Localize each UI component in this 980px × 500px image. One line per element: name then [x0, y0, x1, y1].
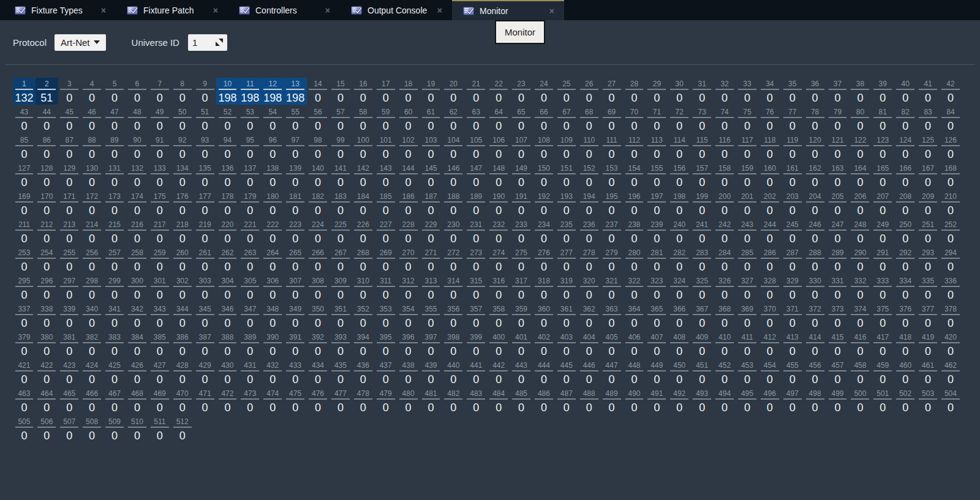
dmx-channel-cell: 4800	[397, 387, 420, 414]
dmx-channel-number: 298	[83, 277, 101, 287]
dmx-channel-value: 0	[374, 147, 397, 162]
dmx-channel-cell: 2300	[442, 218, 465, 245]
dmx-channel-cell: 1680	[940, 162, 962, 189]
dmx-channel-cell: 3340	[894, 275, 917, 302]
dmx-channel-number: 267	[331, 248, 350, 259]
dmx-channel-value: 0	[420, 204, 442, 218]
dmx-channel-value: 0	[736, 204, 759, 218]
dmx-channel-cell: 1080	[532, 134, 555, 161]
dmx-channel-value: 0	[420, 373, 442, 387]
dmx-channel-number: 157	[693, 164, 711, 174]
dmx-channel-cell: 2940	[940, 247, 962, 274]
dmx-channel-value: 0	[736, 91, 759, 105]
dmx-channel-value: 0	[758, 401, 781, 415]
dmx-channel-value: 0	[714, 147, 736, 162]
dmx-channel-number: 430	[219, 361, 237, 371]
dmx-channel-value: 0	[872, 260, 894, 274]
dmx-channel-cell: 820	[894, 106, 917, 133]
dmx-grid-row: 4630464046504660467046804690470047104720…	[13, 387, 962, 416]
tab-close-icon[interactable]: ×	[435, 5, 445, 16]
dmx-channel-number: 484	[489, 389, 508, 400]
dmx-channel-number: 500	[851, 389, 869, 400]
dmx-channel-value: 0	[171, 176, 194, 190]
protocol-dropdown[interactable]: Art-Net	[55, 34, 106, 51]
dmx-channel-number: 147	[467, 164, 485, 174]
tab-close-icon[interactable]: ×	[323, 5, 333, 16]
dmx-channel-number: 223	[286, 220, 304, 231]
dmx-channel-number: 115	[693, 136, 711, 146]
tab-close-icon[interactable]: ×	[547, 6, 557, 17]
dmx-channel-value: 0	[374, 232, 397, 246]
dmx-channel-number: 1	[15, 80, 34, 90]
dmx-channel-value: 0	[262, 119, 284, 133]
dmx-channel-cell: 2890	[826, 247, 849, 274]
dmx-channel-value: 0	[668, 204, 691, 218]
tab-monitor[interactable]: Monitor ×	[452, 0, 564, 20]
tab-fixture-types[interactable]: Fixture Types ×	[4, 0, 116, 20]
dmx-channel-number: 18	[399, 80, 418, 90]
dmx-channel-cell: 2750	[510, 247, 533, 274]
dmx-channel-cell: 750	[736, 106, 759, 133]
dmx-channel-value: 0	[307, 147, 330, 162]
dmx-channel-number: 301	[151, 277, 169, 287]
dmx-channel-number: 404	[580, 333, 598, 343]
dmx-channel-cell: 1250	[917, 134, 940, 161]
dmx-channel-number: 123	[873, 136, 892, 146]
dmx-channel-number: 32	[715, 80, 734, 90]
dmx-channel-cell: 4790	[374, 387, 397, 414]
dmx-channel-cell: 3100	[352, 275, 374, 302]
dmx-channel-number: 461	[919, 361, 937, 371]
universe-id-spinbox[interactable]: 1	[188, 34, 227, 51]
dmx-channel-cell: 2710	[420, 247, 442, 274]
dmx-channel-number: 414	[806, 333, 824, 343]
tab-output-console[interactable]: Output Console ×	[340, 0, 452, 20]
dmx-channel-cell: 90	[194, 78, 216, 105]
dmx-channel-cell: 870	[58, 134, 81, 161]
dmx-channel-value: 0	[104, 345, 126, 359]
dmx-channel-number: 197	[647, 192, 666, 203]
dmx-channel-number: 419	[919, 333, 937, 343]
dmx-channel-cell: 1660	[894, 162, 917, 189]
dmx-channel-number: 378	[941, 305, 960, 315]
dmx-channel-number: 204	[806, 192, 824, 203]
dmx-channel-value: 0	[894, 401, 917, 415]
dmx-channel-value: 0	[104, 260, 126, 274]
dmx-channel-value: 0	[194, 345, 216, 359]
dmx-channel-number: 346	[219, 305, 237, 315]
dmx-channel-number: 154	[625, 164, 644, 174]
dmx-channel-number: 313	[422, 277, 440, 287]
dmx-channel-number: 427	[151, 361, 169, 371]
dmx-channel-cell: 3040	[216, 275, 239, 302]
dmx-channel-value: 0	[872, 176, 894, 190]
dmx-channel-number: 352	[354, 305, 372, 315]
tab-fixture-patch[interactable]: Fixture Patch ×	[116, 0, 228, 20]
dmx-channel-value: 0	[849, 119, 872, 133]
dmx-channel-cell: 1040	[442, 134, 465, 161]
dmx-channel-value: 0	[104, 91, 126, 105]
dmx-channel-value: 0	[36, 232, 58, 246]
dmx-channel-value: 0	[804, 232, 826, 246]
dmx-channel-value: 0	[917, 316, 940, 330]
dmx-channel-value: 0	[81, 204, 104, 218]
dmx-channel-value: 0	[736, 232, 759, 246]
dmx-channel-cell: 370	[826, 78, 849, 105]
dmx-grid-row: 50505060507050805090510051105120	[13, 416, 962, 444]
dmx-channel-value: 0	[758, 373, 781, 387]
dmx-channel-cell: 5090	[104, 416, 126, 442]
dmx-channel-cell: 13198	[284, 78, 307, 105]
dmx-channel-value: 0	[239, 345, 262, 359]
tab-controllers[interactable]: Controllers ×	[228, 0, 340, 20]
dmx-channel-value: 0	[623, 316, 646, 330]
dmx-channel-value: 0	[623, 401, 646, 415]
dmx-channel-number: 213	[60, 220, 78, 231]
tab-close-icon[interactable]: ×	[99, 5, 108, 16]
tab-close-icon[interactable]: ×	[211, 5, 221, 16]
dmx-channel-value: 0	[284, 260, 307, 274]
dmx-channel-value: 0	[148, 176, 171, 190]
dmx-channel-cell: 3250	[691, 275, 714, 302]
dmx-channel-number: 416	[851, 333, 869, 343]
dmx-channel-value: 0	[849, 316, 872, 330]
dmx-channel-value: 0	[758, 91, 781, 105]
document-check-icon	[351, 6, 362, 15]
dmx-channel-number: 299	[105, 277, 124, 287]
